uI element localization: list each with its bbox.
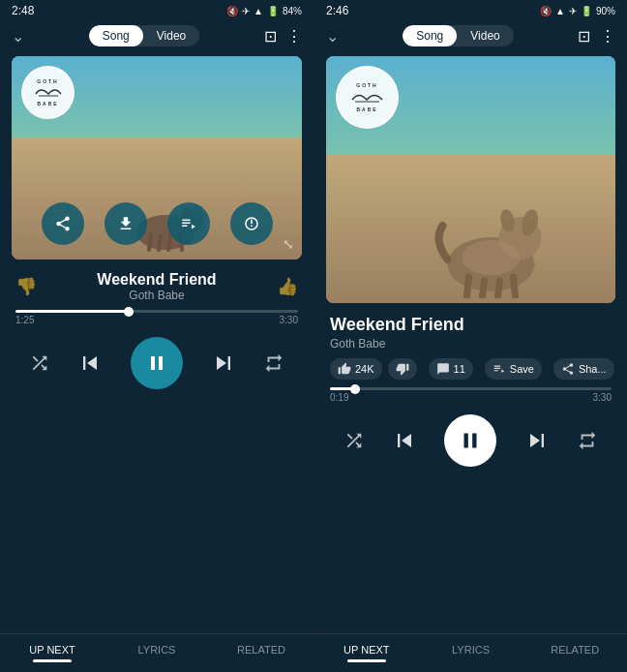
prev-btn-left[interactable] [76,350,104,377]
status-time-left: 2:48 [12,4,34,17]
left-phone: 2:48 🔇 ✈ ▲ 🔋 84% ⌄ Song Video ⊡ ⋮ [0,0,314,672]
chevron-down-icon-left[interactable]: ⌄ [12,27,24,46]
tab-song-left[interactable]: Song [89,25,143,46]
time-current-right: 0:19 [330,392,348,403]
expand-icon-left[interactable]: ⤡ [283,236,294,252]
status-time-right: 2:46 [326,4,348,17]
comment-count-right: 11 [454,363,465,375]
time-labels-right: 0:19 3:30 [330,392,612,403]
battery-icon: 🔋 [267,6,279,16]
progress-track-left[interactable] [15,310,298,313]
shuffle-btn-left[interactable] [29,352,50,374]
tab-related-right[interactable]: RELATED [522,634,627,672]
scene-left: GOTH BABE ⤡ [12,56,302,260]
prev-btn-right[interactable] [391,427,418,454]
repeat-btn-left[interactable] [263,352,284,374]
svg-line-13 [483,281,485,296]
repeat-btn-right[interactable] [577,430,598,451]
header-left: ⌄ Song Video ⊡ ⋮ [0,21,314,52]
album-art-right: GOTH BABE [326,56,615,303]
connect-btn-left[interactable] [230,202,273,245]
svg-line-14 [498,281,500,296]
goth-babe-logo-left: GOTH BABE [21,66,75,119]
song-info-left: 👎 Weekend Friend Goth Babe 👍 [0,263,314,306]
tab-upnext-left[interactable]: UP NEXT [0,634,104,672]
battery-percent-right: 90% [596,6,615,16]
header-right: ⌄ Song Video ⊡ ⋮ [314,21,627,52]
more-icon-left[interactable]: ⋮ [286,27,302,46]
time-labels-left: 1:25 3:30 [15,315,298,325]
more-icon-right[interactable]: ⋮ [600,27,615,46]
bottom-tabs-right: UP NEXT LYRICS RELATED [314,633,627,672]
progress-track-right[interactable] [330,387,612,390]
progress-bar-right[interactable]: 0:19 3:30 [314,383,627,407]
goth-babe-logo-right: GOTH BABE [336,66,399,129]
time-total-right: 3:30 [593,392,612,403]
pause-btn-right[interactable] [444,414,496,467]
controls-right [314,407,627,474]
add-to-queue-btn-left[interactable] [167,202,210,245]
song-artist-right: Goth Babe [330,337,612,351]
song-artist-left: Goth Babe [37,289,277,302]
airplane-icon: ✈ [242,6,250,16]
cast-icon-left[interactable]: ⊡ [264,27,277,46]
like-btn-right[interactable]: 24K [330,358,382,380]
save-label-right: Save [510,363,534,375]
next-btn-left[interactable] [210,350,237,377]
save-btn-right[interactable]: Save [485,358,542,380]
thumbup-icon-left[interactable]: 👍 [277,276,298,297]
status-bar-right: 2:46 🔇 ▲ ✈ 🔋 90% [314,0,627,21]
tab-video-left[interactable]: Video [143,25,199,46]
cast-icon-right[interactable]: ⊡ [578,27,590,46]
time-total-left: 3:30 [280,315,298,325]
battery-icon-right: 🔋 [581,6,592,16]
tab-toggle-left: Song Video [89,25,200,46]
mute-icon-right: 🔇 [540,6,552,16]
status-icons-left: 🔇 ✈ ▲ 🔋 84% [226,6,302,16]
song-title-left: Weekend Friend [37,271,277,289]
tab-related-left[interactable]: RELATED [209,634,314,672]
logo-text-left: GOTH BABE [34,78,63,106]
share-btn-right[interactable]: Sha... [553,358,614,380]
progress-bar-left[interactable]: 1:25 3:30 [0,306,314,329]
header-icons-left: ⊡ ⋮ [264,27,302,46]
progress-fill-left [15,310,129,313]
tab-song-right[interactable]: Song [403,25,457,46]
progress-dot-left [124,307,134,317]
dog-silhouette-right [429,163,554,298]
svg-point-16 [463,240,521,275]
tab-upnext-right[interactable]: UP NEXT [314,634,419,672]
signal-icon: ▲ [254,6,263,16]
download-btn-left[interactable] [104,202,147,245]
tab-toggle-right: Song Video [403,25,514,46]
action-row-right: 24K 11 Save Sha... [314,354,627,383]
share-btn-left[interactable] [42,202,84,245]
progress-dot-right [350,384,360,394]
like-count-right: 24K [355,363,374,375]
comments-btn-right[interactable]: 11 [429,358,473,380]
header-icons-right: ⊡ ⋮ [578,27,615,46]
chevron-down-icon-right[interactable]: ⌄ [326,27,339,46]
mute-icon: 🔇 [226,6,238,16]
thumbdown-icon-left[interactable]: 👎 [15,276,37,297]
song-info-center-left: Weekend Friend Goth Babe [37,271,277,302]
tab-video-right[interactable]: Video [457,25,513,46]
song-title-right: Weekend Friend [330,315,612,335]
shuffle-btn-right[interactable] [343,430,365,451]
song-info-right: Weekend Friend Goth Babe [314,307,627,354]
svg-line-12 [467,277,469,296]
pause-btn-left[interactable] [131,337,183,389]
battery-percent: 84% [283,6,302,16]
logo-text-right: GOTH BABE [350,82,384,111]
next-btn-right[interactable] [523,427,551,454]
airplane-icon-right: ✈ [569,6,577,16]
dislike-btn-right[interactable] [388,358,417,380]
controls-left [0,329,314,397]
wifi-icon-right: ▲ [555,6,565,16]
tab-indicator-right [347,659,386,662]
tab-lyrics-right[interactable]: LYRICS [419,634,523,672]
share-label-right: Sha... [579,363,607,375]
scene-right: GOTH BABE [326,56,615,303]
tab-indicator-left [33,659,72,662]
tab-lyrics-left[interactable]: LYRICS [104,634,209,672]
